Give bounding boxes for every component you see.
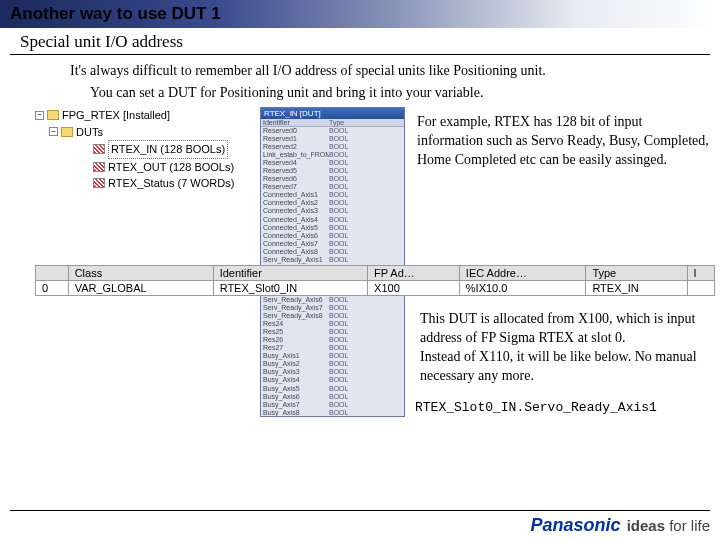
tree-leaf[interactable]: RTEX_IN (128 BOOLs) [35,140,260,159]
intro-text-2: You can set a DUT for Positioning unit a… [90,85,710,101]
panel-row: Busy_Axis2BOOL [261,360,404,368]
panel-row: Serv_Ready_Axis7BOOL [261,304,404,312]
tree-root-label: FPG_RTEX [Installed] [62,107,170,124]
panel-row: Busy_Axis4BOOL [261,376,404,384]
panel-row: Connected_Axis3BOOL [261,207,404,215]
panel-row: Reserved0BOOL [261,127,404,135]
panel-row: Connected_Axis2BOOL [261,199,404,207]
brand-logo: Panasonic [531,515,621,536]
table-header: Type [586,266,687,281]
table-header: Class [68,266,213,281]
panel-row: Connected_Axis1BOOL [261,191,404,199]
folder-icon [47,110,59,120]
panel-row: Link_estab_to_FROM_buBOOL [261,151,404,159]
table-cell: X100 [368,281,460,296]
tree-leaf[interactable]: RTEX_OUT (128 BOOLs) [35,159,260,176]
panel-row: Connected_Axis4BOOL [261,216,404,224]
subtitle-row: Special unit I/O address [10,28,710,55]
panel-row: Connected_Axis7BOOL [261,240,404,248]
table-header [36,266,69,281]
panel-row: Connected_Axis6BOOL [261,232,404,240]
panel-row: Busy_Axis1BOOL [261,352,404,360]
folder-icon [61,127,73,137]
table-cell: RTEX_Slot0_IN [213,281,367,296]
tree-leaf[interactable]: RTEX_Status (7 WORDs) [35,175,260,192]
panel-row: Busy_Axis3BOOL [261,368,404,376]
table-header: I [687,266,714,281]
intro-text-1: It's always difficult to remember all I/… [70,63,710,79]
panel-row: Reserved5BOOL [261,167,404,175]
code-example: RTEX_Slot0_IN.Servo_Ready_Axis1 [415,400,657,415]
tree-duts[interactable]: − DUTs [35,124,260,141]
panel-row: Res27BOOL [261,344,404,352]
note-2: This DUT is allocated from X100, which i… [420,310,700,386]
panel-row: Connected_Axis8BOOL [261,248,404,256]
table-cell [687,281,714,296]
minus-icon[interactable]: − [49,127,58,136]
panel-title: RTEX_IN [DUT] [261,108,404,119]
table-cell: %IX10.0 [459,281,586,296]
col-identifier: Identifier [263,119,329,126]
panel-row: Res25BOOL [261,328,404,336]
table-cell: 0 [36,281,69,296]
tree-leaf-label: RTEX_Status (7 WORDs) [108,175,234,192]
tree-leaf-label: RTEX_OUT (128 BOOLs) [108,159,234,176]
global-variable-table: ClassIdentifierFP Ad…IEC Addre…TypeI 0VA… [35,265,715,296]
tree-leaf-label: RTEX_IN (128 BOOLs) [108,140,228,159]
table-cell: RTEX_IN [586,281,687,296]
table-cell: VAR_GLOBAL [68,281,213,296]
col-type: Type [329,119,344,126]
tree-duts-label: DUTs [76,124,103,141]
panel-row: Serv_Ready_Axis8BOOL [261,312,404,320]
table-header: Identifier [213,266,367,281]
panel-header: Identifier Type [261,119,404,127]
panel-row: Busy_Axis6BOOL [261,393,404,401]
panel-row: Busy_Axis7BOOL [261,401,404,409]
dut-icon [93,178,105,188]
footer: Panasonic ideas for life [10,510,710,536]
dut-icon [93,162,105,172]
panel-row: Res26BOOL [261,336,404,344]
panel-row: Reserved6BOOL [261,175,404,183]
subtitle: Special unit I/O address [20,32,183,52]
panel-row: Busy_Axis8BOOL [261,409,404,417]
dut-icon [93,144,105,154]
panel-row: Reserved1BOOL [261,135,404,143]
panel-row: Connected_Axis5BOOL [261,224,404,232]
table-header: IEC Addre… [459,266,586,281]
brand-tagline: ideas for life [627,517,710,534]
panel-row: Serv_Ready_Axis1BOOL [261,256,404,264]
title-banner: Another way to use DUT 1 [0,0,720,28]
panel-row: Res24BOOL [261,320,404,328]
table-header: FP Ad… [368,266,460,281]
page-title: Another way to use DUT 1 [10,4,221,23]
panel-row: Busy_Axis5BOOL [261,385,404,393]
panel-row: Reserved2BOOL [261,143,404,151]
note-1: For example, RTEX has 128 bit of input i… [417,113,710,170]
table-header-row: ClassIdentifierFP Ad…IEC Addre…TypeI [36,266,715,281]
minus-icon[interactable]: − [35,111,44,120]
project-tree: − FPG_RTEX [Installed] − DUTs RTEX_IN (1… [35,107,260,417]
table-row: 0VAR_GLOBALRTEX_Slot0_INX100%IX10.0RTEX_… [36,281,715,296]
panel-row: Serv_Ready_Axis6BOOL [261,296,404,304]
panel-row: Reserved7BOOL [261,183,404,191]
dut-members-panel: RTEX_IN [DUT] Identifier Type Reserved0B… [260,107,405,417]
tree-root[interactable]: − FPG_RTEX [Installed] [35,107,260,124]
panel-row: Reserved4BOOL [261,159,404,167]
